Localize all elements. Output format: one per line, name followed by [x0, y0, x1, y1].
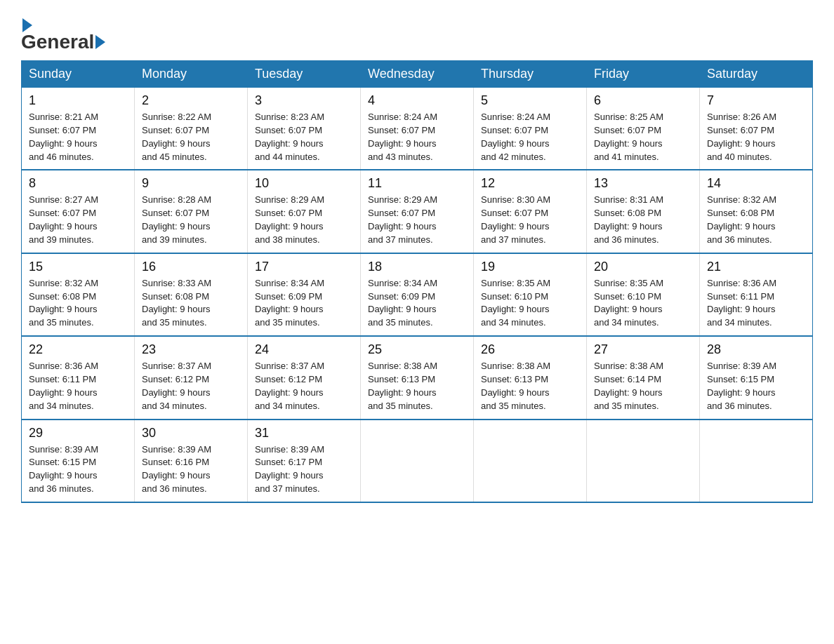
calendar-week-row: 1 Sunrise: 8:21 AM Sunset: 6:07 PM Dayli…	[22, 88, 813, 170]
day-number: 31	[255, 426, 353, 441]
calendar-cell	[700, 420, 813, 502]
day-info: Sunrise: 8:38 AM Sunset: 6:14 PM Dayligh…	[594, 360, 692, 412]
calendar-cell: 31 Sunrise: 8:39 AM Sunset: 6:17 PM Dayl…	[248, 420, 361, 502]
calendar-cell: 11 Sunrise: 8:29 AM Sunset: 6:07 PM Dayl…	[361, 170, 474, 253]
day-info: Sunrise: 8:23 AM Sunset: 6:07 PM Dayligh…	[255, 111, 353, 163]
calendar-cell: 6 Sunrise: 8:25 AM Sunset: 6:07 PM Dayli…	[587, 88, 700, 170]
day-info: Sunrise: 8:37 AM Sunset: 6:12 PM Dayligh…	[255, 360, 353, 412]
header-tuesday: Tuesday	[248, 61, 361, 88]
day-info: Sunrise: 8:34 AM Sunset: 6:09 PM Dayligh…	[255, 277, 353, 330]
day-number: 12	[481, 176, 579, 191]
day-number: 3	[255, 93, 353, 108]
calendar-cell: 27 Sunrise: 8:38 AM Sunset: 6:14 PM Dayl…	[587, 336, 700, 419]
calendar-cell: 10 Sunrise: 8:29 AM Sunset: 6:07 PM Dayl…	[248, 170, 361, 253]
day-number: 22	[29, 342, 127, 357]
calendar-cell: 13 Sunrise: 8:31 AM Sunset: 6:08 PM Dayl…	[587, 170, 700, 253]
day-number: 4	[368, 93, 466, 108]
day-number: 19	[481, 260, 579, 274]
day-info: Sunrise: 8:25 AM Sunset: 6:07 PM Dayligh…	[594, 111, 692, 163]
header-monday: Monday	[135, 61, 248, 88]
day-info: Sunrise: 8:39 AM Sunset: 6:16 PM Dayligh…	[142, 443, 240, 496]
logo-arrow2-icon	[95, 35, 105, 49]
day-number: 6	[594, 93, 692, 108]
calendar-cell: 25 Sunrise: 8:38 AM Sunset: 6:13 PM Dayl…	[361, 336, 474, 419]
logo-arrow-icon	[22, 18, 32, 32]
day-info: Sunrise: 8:29 AM Sunset: 6:07 PM Dayligh…	[368, 194, 466, 246]
calendar-cell: 17 Sunrise: 8:34 AM Sunset: 6:09 PM Dayl…	[248, 253, 361, 336]
day-info: Sunrise: 8:33 AM Sunset: 6:08 PM Dayligh…	[142, 277, 240, 330]
calendar-week-row: 15 Sunrise: 8:32 AM Sunset: 6:08 PM Dayl…	[22, 253, 813, 336]
page-header: General	[21, 14, 813, 53]
day-info: Sunrise: 8:39 AM Sunset: 6:15 PM Dayligh…	[29, 443, 127, 496]
calendar-cell: 1 Sunrise: 8:21 AM Sunset: 6:07 PM Dayli…	[22, 88, 135, 170]
day-info: Sunrise: 8:32 AM Sunset: 6:08 PM Dayligh…	[707, 194, 805, 246]
calendar-cell: 12 Sunrise: 8:30 AM Sunset: 6:07 PM Dayl…	[474, 170, 587, 253]
day-info: Sunrise: 8:28 AM Sunset: 6:07 PM Dayligh…	[142, 194, 240, 246]
calendar-cell: 2 Sunrise: 8:22 AM Sunset: 6:07 PM Dayli…	[135, 88, 248, 170]
calendar-cell: 29 Sunrise: 8:39 AM Sunset: 6:15 PM Dayl…	[22, 420, 135, 502]
logo-general2: General	[21, 31, 94, 53]
calendar-table: SundayMondayTuesdayWednesdayThursdayFrid…	[21, 60, 813, 503]
calendar-week-row: 22 Sunrise: 8:36 AM Sunset: 6:11 PM Dayl…	[22, 336, 813, 419]
day-info: Sunrise: 8:34 AM Sunset: 6:09 PM Dayligh…	[368, 277, 466, 330]
calendar-cell: 21 Sunrise: 8:36 AM Sunset: 6:11 PM Dayl…	[700, 253, 813, 336]
calendar-cell: 18 Sunrise: 8:34 AM Sunset: 6:09 PM Dayl…	[361, 253, 474, 336]
day-number: 11	[368, 176, 466, 191]
day-number: 7	[707, 93, 805, 108]
calendar-cell: 24 Sunrise: 8:37 AM Sunset: 6:12 PM Dayl…	[248, 336, 361, 419]
calendar-cell: 28 Sunrise: 8:39 AM Sunset: 6:15 PM Dayl…	[700, 336, 813, 419]
day-info: Sunrise: 8:22 AM Sunset: 6:07 PM Dayligh…	[142, 111, 240, 163]
calendar-cell	[361, 420, 474, 502]
day-number: 25	[368, 342, 466, 357]
day-info: Sunrise: 8:39 AM Sunset: 6:15 PM Dayligh…	[707, 360, 805, 412]
day-number: 13	[594, 176, 692, 191]
day-info: Sunrise: 8:29 AM Sunset: 6:07 PM Dayligh…	[255, 194, 353, 246]
day-number: 14	[707, 176, 805, 191]
calendar-cell: 22 Sunrise: 8:36 AM Sunset: 6:11 PM Dayl…	[22, 336, 135, 419]
day-info: Sunrise: 8:36 AM Sunset: 6:11 PM Dayligh…	[707, 277, 805, 330]
calendar-cell: 9 Sunrise: 8:28 AM Sunset: 6:07 PM Dayli…	[135, 170, 248, 253]
day-info: Sunrise: 8:38 AM Sunset: 6:13 PM Dayligh…	[368, 360, 466, 412]
header-saturday: Saturday	[700, 61, 813, 88]
calendar-week-row: 29 Sunrise: 8:39 AM Sunset: 6:15 PM Dayl…	[22, 420, 813, 502]
calendar-cell: 5 Sunrise: 8:24 AM Sunset: 6:07 PM Dayli…	[474, 88, 587, 170]
day-number: 21	[707, 260, 805, 274]
calendar-week-row: 8 Sunrise: 8:27 AM Sunset: 6:07 PM Dayli…	[22, 170, 813, 253]
day-number: 9	[142, 176, 240, 191]
day-info: Sunrise: 8:24 AM Sunset: 6:07 PM Dayligh…	[481, 111, 579, 163]
day-number: 17	[255, 260, 353, 274]
day-info: Sunrise: 8:31 AM Sunset: 6:08 PM Dayligh…	[594, 194, 692, 246]
day-info: Sunrise: 8:35 AM Sunset: 6:10 PM Dayligh…	[594, 277, 692, 330]
calendar-cell: 19 Sunrise: 8:35 AM Sunset: 6:10 PM Dayl…	[474, 253, 587, 336]
day-number: 26	[481, 342, 579, 357]
calendar-cell	[474, 420, 587, 502]
day-info: Sunrise: 8:39 AM Sunset: 6:17 PM Dayligh…	[255, 443, 353, 496]
day-info: Sunrise: 8:35 AM Sunset: 6:10 PM Dayligh…	[481, 277, 579, 330]
calendar-cell: 20 Sunrise: 8:35 AM Sunset: 6:10 PM Dayl…	[587, 253, 700, 336]
calendar-cell: 7 Sunrise: 8:26 AM Sunset: 6:07 PM Dayli…	[700, 88, 813, 170]
day-number: 8	[29, 176, 127, 191]
day-info: Sunrise: 8:26 AM Sunset: 6:07 PM Dayligh…	[707, 111, 805, 163]
header-friday: Friday	[587, 61, 700, 88]
calendar-cell: 26 Sunrise: 8:38 AM Sunset: 6:13 PM Dayl…	[474, 336, 587, 419]
day-number: 30	[142, 426, 240, 441]
day-number: 1	[29, 93, 127, 108]
day-number: 29	[29, 426, 127, 441]
calendar-header-row: SundayMondayTuesdayWednesdayThursdayFrid…	[22, 61, 813, 88]
day-info: Sunrise: 8:38 AM Sunset: 6:13 PM Dayligh…	[481, 360, 579, 412]
calendar-cell: 4 Sunrise: 8:24 AM Sunset: 6:07 PM Dayli…	[361, 88, 474, 170]
calendar-cell: 23 Sunrise: 8:37 AM Sunset: 6:12 PM Dayl…	[135, 336, 248, 419]
day-number: 28	[707, 342, 805, 357]
day-number: 5	[481, 93, 579, 108]
day-info: Sunrise: 8:24 AM Sunset: 6:07 PM Dayligh…	[368, 111, 466, 163]
day-info: Sunrise: 8:21 AM Sunset: 6:07 PM Dayligh…	[29, 111, 127, 163]
calendar-cell: 30 Sunrise: 8:39 AM Sunset: 6:16 PM Dayl…	[135, 420, 248, 502]
header-wednesday: Wednesday	[361, 61, 474, 88]
day-number: 2	[142, 93, 240, 108]
day-number: 15	[29, 260, 127, 274]
day-number: 23	[142, 342, 240, 357]
calendar-cell	[587, 420, 700, 502]
header-sunday: Sunday	[22, 61, 135, 88]
calendar-cell: 15 Sunrise: 8:32 AM Sunset: 6:08 PM Dayl…	[22, 253, 135, 336]
logo: General	[21, 14, 107, 53]
